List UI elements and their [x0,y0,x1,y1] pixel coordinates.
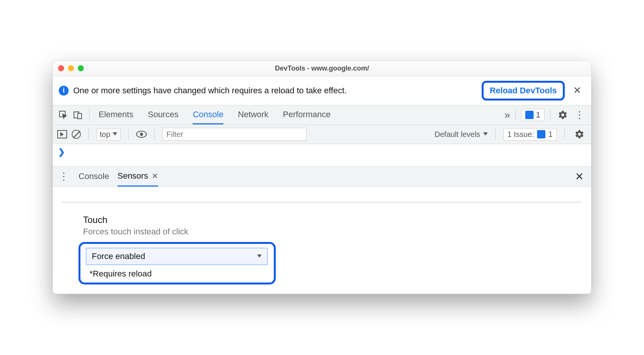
drawer-tab-sensors[interactable]: Sensors ✕ [118,167,159,187]
tab-console[interactable]: Console [193,106,223,124]
devtools-window: DevTools - www.google.com/ i One or more… [53,61,591,294]
console-output[interactable]: ❯ [53,144,591,167]
divider [89,109,90,121]
chevron-down-icon [113,132,117,138]
close-infobar-icon[interactable]: ✕ [569,85,585,96]
minimize-window-icon[interactable] [68,65,74,71]
touch-section-description: Forces touch instead of click [83,227,582,237]
device-toggle-icon[interactable] [72,109,84,121]
issues-label: 1 Issue: [507,130,534,139]
issues-counter[interactable]: 1 Issue: 1 [503,128,557,141]
issue-icon [537,130,545,138]
sensors-panel: Touch Forces touch instead of click Forc… [53,187,591,294]
console-settings-icon[interactable] [572,129,587,139]
inspect-element-icon[interactable] [57,109,69,121]
divider [550,109,550,121]
chevron-down-icon [257,254,262,260]
divider [128,129,129,140]
toggle-console-sidebar-icon[interactable] [57,130,67,138]
reload-devtools-button[interactable]: Reload DevTools [482,81,565,101]
divider [495,129,496,140]
console-prompt-icon: ❯ [58,147,65,157]
console-filter-input[interactable] [162,128,306,141]
touch-highlight: Force enabled *Requires reload [79,242,276,284]
drawer-more-icon[interactable]: ⋮ [57,171,70,182]
more-tabs-icon[interactable]: » [504,109,510,121]
main-toolbar: Elements Sources Console Network Perform… [53,105,591,125]
issue-icon [525,111,534,119]
titlebar: DevTools - www.google.com/ [53,61,591,76]
drawer-tab-label: Console [79,171,109,181]
tab-sources[interactable]: Sources [148,106,179,124]
drawer-tab-label: Sensors [118,171,148,181]
log-levels-selector[interactable]: Default levels [435,130,488,139]
divider [154,129,155,140]
window-title: DevTools - www.google.com/ [53,64,591,72]
levels-label: Default levels [435,130,480,139]
touch-section-title: Touch [83,215,582,225]
close-drawer-icon[interactable]: ✕ [572,170,587,183]
touch-mode-select[interactable]: Force enabled [86,248,268,265]
tab-network[interactable]: Network [238,106,269,124]
reload-infobar: i One or more settings have changed whic… [53,76,591,105]
divider [88,129,89,140]
clear-console-icon[interactable] [72,130,81,139]
divider [564,129,565,140]
tab-performance[interactable]: Performance [283,106,331,124]
issues-badge[interactable]: 1 [521,109,545,121]
drawer-tabbar: ⋮ Console Sensors ✕ ✕ [53,167,591,187]
drawer-tab-console[interactable]: Console [79,167,109,186]
live-expression-icon[interactable] [136,131,147,138]
settings-icon[interactable] [556,110,570,120]
issue-count: 1 [536,110,540,120]
requires-reload-note: *Requires reload [90,269,269,279]
context-label: top [100,130,110,139]
console-toolbar: top Default levels 1 Issue: 1 [53,125,591,144]
info-icon: i [59,86,69,96]
infobar-message: One or more settings have changed which … [73,86,477,96]
maximize-window-icon[interactable] [78,65,84,71]
close-window-icon[interactable] [58,65,64,71]
issues-count: 1 [548,130,553,139]
traffic-lights [58,65,84,71]
divider [515,109,516,121]
chevron-down-icon [483,132,488,138]
touch-mode-value: Force enabled [92,251,145,261]
more-options-icon[interactable]: ⋮ [572,109,587,121]
execution-context-selector[interactable]: top [96,128,121,141]
svg-rect-2 [78,113,82,119]
tab-elements[interactable]: Elements [99,106,134,124]
close-tab-icon[interactable]: ✕ [152,171,158,181]
panel-tabs: Elements Sources Console Network Perform… [99,106,502,124]
